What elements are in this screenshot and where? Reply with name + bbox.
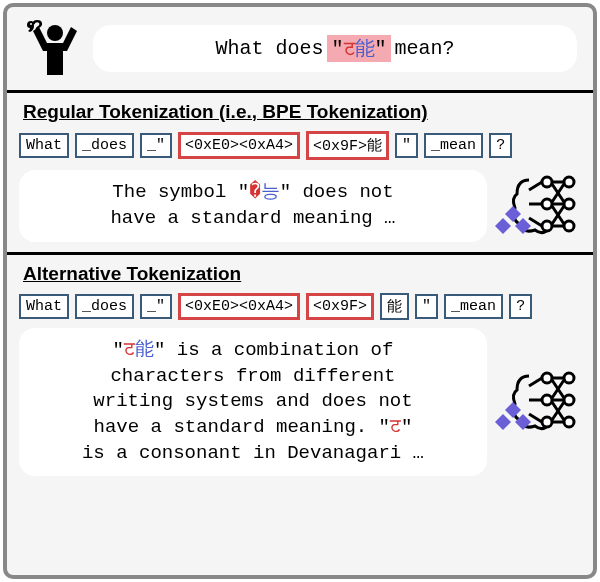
token-row: What _does _" <0xE0><0xA4> <0x9F>能 " _me… — [19, 131, 581, 160]
neural-net-icon — [495, 364, 581, 440]
resp-text: The symbol " — [112, 181, 249, 203]
svg-point-22 — [564, 395, 574, 405]
resp-char: 能 — [135, 339, 154, 361]
resp-text: is a consonant in Devanagari … — [82, 442, 424, 464]
resp-char: ट — [390, 416, 401, 438]
svg-point-21 — [564, 373, 574, 383]
svg-point-3 — [542, 199, 552, 209]
char-devanagari: ट — [344, 38, 355, 61]
resp-text: " is a combination of — [154, 339, 393, 361]
token-byte: <0x9F>能 — [306, 131, 389, 160]
token: _" — [140, 294, 172, 319]
question-highlight: "ट能" — [327, 35, 390, 62]
regular-tokenization-section: Regular Tokenization (i.e., BPE Tokeniza… — [7, 93, 593, 252]
svg-line-15 — [529, 182, 542, 190]
response-row: "ट能" is a combination of characters from… — [19, 328, 581, 476]
svg-point-1 — [47, 25, 63, 41]
figure-container: ? What does "ट能" mean? Regular Tokenizat… — [3, 3, 597, 579]
resp-text: " does not — [280, 181, 394, 203]
response-bubble: The symbol "�능" does not have a standard… — [19, 170, 487, 241]
svg-point-5 — [564, 177, 574, 187]
token-byte: <0xE0><0xA4> — [178, 132, 300, 159]
person-question-icon: ? — [23, 17, 81, 80]
token: ? — [489, 133, 512, 158]
resp-text: characters from different — [110, 365, 395, 387]
question-bubble: What does "ट能" mean? — [93, 25, 577, 72]
response-bubble: "ट能" is a combination of characters from… — [19, 328, 487, 476]
question-suffix: mean? — [395, 37, 455, 60]
token: " — [415, 294, 438, 319]
diamond-icon — [495, 204, 531, 240]
svg-line-31 — [529, 378, 542, 386]
resp-char: ट — [124, 339, 135, 361]
token: What — [19, 133, 69, 158]
token: _mean — [424, 133, 483, 158]
token-byte: <0xE0><0xA4> — [178, 293, 300, 320]
token-row: What _does _" <0xE0><0xA4> <0x9F> 能 " _m… — [19, 293, 581, 320]
neural-net-icon — [495, 168, 581, 244]
token: _mean — [444, 294, 503, 319]
svg-point-20 — [542, 417, 552, 427]
resp-text: have a standard meaning … — [110, 207, 395, 229]
svg-point-6 — [564, 199, 574, 209]
question-section: ? What does "ट能" mean? — [7, 7, 593, 93]
resp-text: writing systems and does not — [93, 390, 412, 412]
diamond-icon — [495, 400, 531, 436]
section-title: Regular Tokenization (i.e., BPE Tokeniza… — [19, 99, 581, 125]
token: 能 — [380, 293, 409, 320]
svg-point-18 — [542, 373, 552, 383]
svg-point-4 — [542, 221, 552, 231]
token-byte: <0x9F> — [306, 293, 374, 320]
resp-text: " — [401, 416, 412, 438]
token: ? — [509, 294, 532, 319]
token: " — [395, 133, 418, 158]
char-cjk: 能 — [355, 38, 375, 61]
section-title: Alternative Tokenization — [19, 261, 581, 287]
resp-char: � — [249, 181, 260, 203]
question-prefix: What does — [215, 37, 323, 60]
svg-point-7 — [564, 221, 574, 231]
response-row: The symbol "�능" does not have a standard… — [19, 168, 581, 244]
token: _does — [75, 133, 134, 158]
svg-point-19 — [542, 395, 552, 405]
resp-text: have a standard meaning. " — [94, 416, 390, 438]
resp-text: " — [113, 339, 124, 361]
alternative-tokenization-section: Alternative Tokenization What _does _" <… — [7, 252, 593, 484]
svg-point-2 — [542, 177, 552, 187]
token: _does — [75, 294, 134, 319]
svg-point-23 — [564, 417, 574, 427]
token: What — [19, 294, 69, 319]
resp-char: 능 — [261, 181, 280, 203]
token: _" — [140, 133, 172, 158]
